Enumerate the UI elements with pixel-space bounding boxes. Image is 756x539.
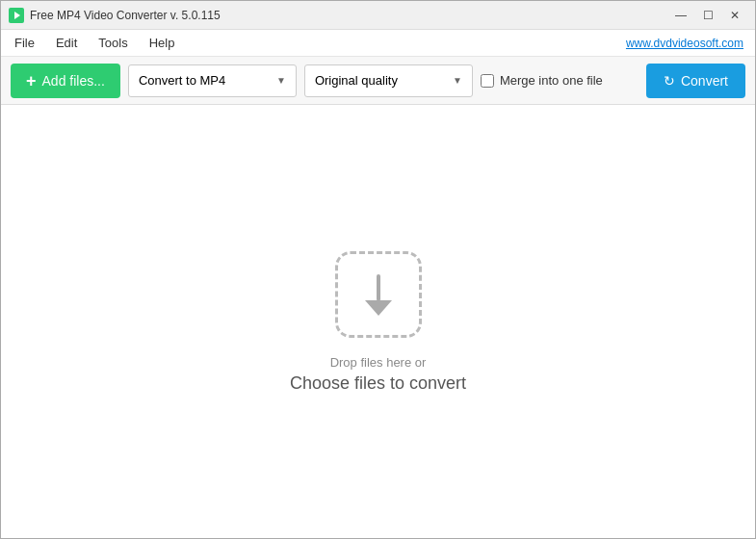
quality-label: Original quality (315, 73, 398, 88)
app-icon (9, 8, 24, 23)
plus-icon: + (26, 72, 37, 90)
menu-bar: File Edit Tools Help www.dvdvideosoft.co… (1, 30, 755, 57)
menu-items: File Edit Tools Help (5, 32, 184, 54)
choose-files-text[interactable]: Choose files to convert (290, 373, 466, 394)
format-dropdown[interactable]: Convert to MP4 ▼ (128, 64, 297, 97)
add-files-label: Add files... (42, 73, 105, 89)
format-dropdown-arrow: ▼ (276, 75, 286, 86)
dvdvideosoft-link[interactable]: www.dvdvideosoft.com (618, 33, 751, 54)
convert-button[interactable]: ↻ Convert (646, 64, 745, 98)
title-bar: Free MP4 Video Converter v. 5.0.115 — ☐ … (1, 1, 755, 30)
quality-dropdown[interactable]: Original quality ▼ (304, 64, 473, 97)
drop-hint-text: Drop files here or (330, 355, 427, 370)
title-bar-left: Free MP4 Video Converter v. 5.0.115 (9, 8, 221, 23)
main-content: Drop files here or Choose files to conve… (1, 105, 755, 539)
format-label: Convert to MP4 (139, 73, 225, 88)
download-arrow-icon (365, 274, 392, 316)
toolbar: + Add files... Convert to MP4 ▼ Original… (1, 57, 755, 105)
merge-checkbox[interactable] (481, 74, 494, 88)
maximize-button[interactable]: ☐ (695, 5, 720, 26)
close-button[interactable]: ✕ (722, 5, 747, 26)
window-title: Free MP4 Video Converter v. 5.0.115 (30, 9, 221, 22)
arrow-head (365, 300, 392, 316)
merge-section: Merge into one file (481, 73, 603, 88)
menu-tools[interactable]: Tools (89, 32, 137, 54)
menu-file[interactable]: File (5, 32, 44, 54)
refresh-icon: ↻ (664, 73, 675, 89)
convert-label: Convert (681, 73, 728, 89)
window-controls: — ☐ ✕ (668, 5, 747, 26)
add-files-button[interactable]: + Add files... (11, 64, 120, 98)
arrow-shaft (377, 274, 380, 301)
menu-edit[interactable]: Edit (46, 32, 87, 54)
menu-help[interactable]: Help (140, 32, 185, 54)
drop-zone-icon (335, 251, 422, 338)
minimize-button[interactable]: — (668, 5, 693, 26)
merge-label[interactable]: Merge into one file (500, 73, 603, 88)
quality-dropdown-arrow: ▼ (453, 75, 462, 86)
